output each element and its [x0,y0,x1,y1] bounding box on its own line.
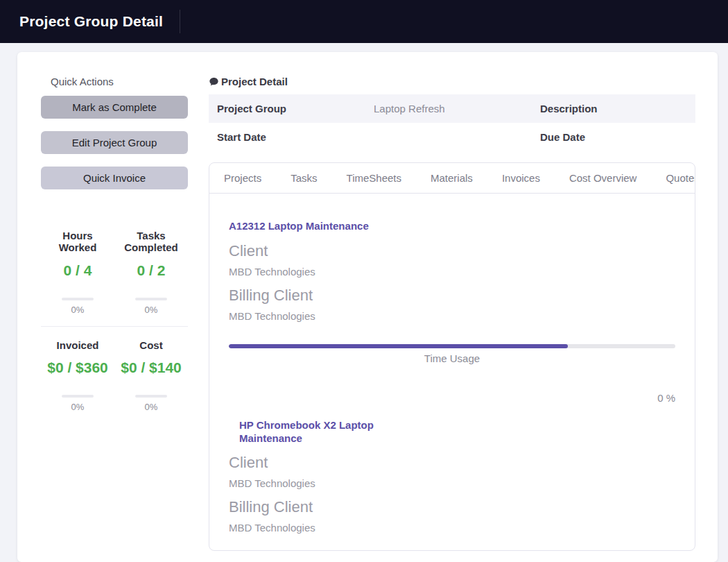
detail-label-project-group: Project Group [217,103,374,114]
tab-materials[interactable]: Materials [416,163,487,193]
tab-quotes[interactable]: Quotes [651,163,695,193]
stat-tasks-completed: Tasks Completed 0 / 2 0% [114,230,188,315]
time-usage-section: Time Usage 0 % [229,344,675,404]
header-divider [180,10,180,33]
stat-percent: 0% [44,305,112,315]
stat-value: 0 / 2 [117,261,185,280]
stat-hours-worked: Hours Worked 0 / 4 0% [41,230,114,315]
stat-invoiced: Invoiced $0 / $360 0% [41,326,114,413]
detail-label-description: Description [540,103,687,114]
main-card: Quick Actions Mark as Complete Edit Proj… [17,52,718,562]
client-name: MBD Technologies [229,477,675,489]
project-link[interactable]: A12312 Laptop Maintenance [229,220,369,233]
project-card: A12312 Laptop Maintenance Client MBD Tec… [229,220,675,404]
detail-value-project-group: Laptop Refresh [374,103,540,114]
stat-value: 0 / 4 [44,261,112,280]
project-link[interactable]: HP Chromebook X2 Laptop Maintenance [239,419,406,445]
billing-client-heading: Billing Client [229,287,675,305]
quick-actions-panel: Quick Actions Mark as Complete Edit Proj… [41,76,188,562]
tab-projects[interactable]: Projects [209,163,276,193]
usage-percent: 0 % [229,392,675,404]
projects-panel: Projects Tasks TimeSheets Materials Invo… [209,162,695,551]
page-title: Project Group Detail [19,13,163,30]
project-detail-panel: Project Detail Project Group Laptop Refr… [209,76,695,562]
projects-list: A12312 Laptop Maintenance Client MBD Tec… [209,194,695,551]
stat-progress-bar [62,298,94,300]
stat-cost: Cost $0 / $140 0% [114,326,188,413]
tab-invoices[interactable]: Invoices [487,163,555,193]
stat-percent: 0% [117,402,185,412]
billing-client-name: MBD Technologies [229,310,675,322]
stat-label: Cost [117,339,185,351]
stat-label: Hours Worked [44,230,112,254]
time-usage-bar [229,344,675,348]
stat-percent: 0% [117,305,185,315]
detail-row: Start Date Due Date [209,123,695,151]
detail-table: Project Group Laptop Refresh Description… [209,94,695,151]
time-usage-label: Time Usage [229,352,675,364]
stat-percent: 0% [44,402,112,412]
stat-progress-bar [135,395,167,398]
time-usage-bar-fill [229,344,568,348]
quick-invoice-button[interactable]: Quick Invoice [41,167,188,189]
comment-icon [209,77,219,87]
billing-client-name: MBD Technologies [229,522,675,534]
detail-label-start-date: Start Date [217,131,374,143]
project-card: HP Chromebook X2 Laptop Maintenance Clie… [229,419,675,551]
stat-label: Tasks Completed [117,230,185,254]
stat-value: $0 / $360 [44,358,112,377]
stat-value: $0 / $140 [117,358,185,377]
top-header: Project Group Detail [0,0,728,43]
tab-bar: Projects Tasks TimeSheets Materials Invo… [209,163,695,194]
stat-progress-bar [62,395,94,398]
detail-row: Project Group Laptop Refresh Description [209,94,695,123]
project-detail-heading: Project Detail [209,76,695,87]
billing-client-heading: Billing Client [229,498,675,516]
client-name: MBD Technologies [229,266,675,278]
stat-label: Invoiced [44,339,112,351]
stats-grid: Hours Worked 0 / 4 0% Tasks Completed 0 … [41,230,188,412]
quick-actions-label: Quick Actions [51,76,188,87]
detail-label-due-date: Due Date [540,131,687,143]
tab-cost-overview[interactable]: Cost Overview [555,163,652,193]
tab-tasks[interactable]: Tasks [276,163,331,193]
mark-complete-button[interactable]: Mark as Complete [41,96,188,119]
edit-project-group-button[interactable]: Edit Project Group [41,131,188,154]
client-heading: Client [229,454,675,472]
tab-timesheets[interactable]: TimeSheets [332,163,416,193]
stat-progress-bar [135,298,167,300]
client-heading: Client [229,242,675,260]
project-detail-title: Project Detail [221,76,288,87]
